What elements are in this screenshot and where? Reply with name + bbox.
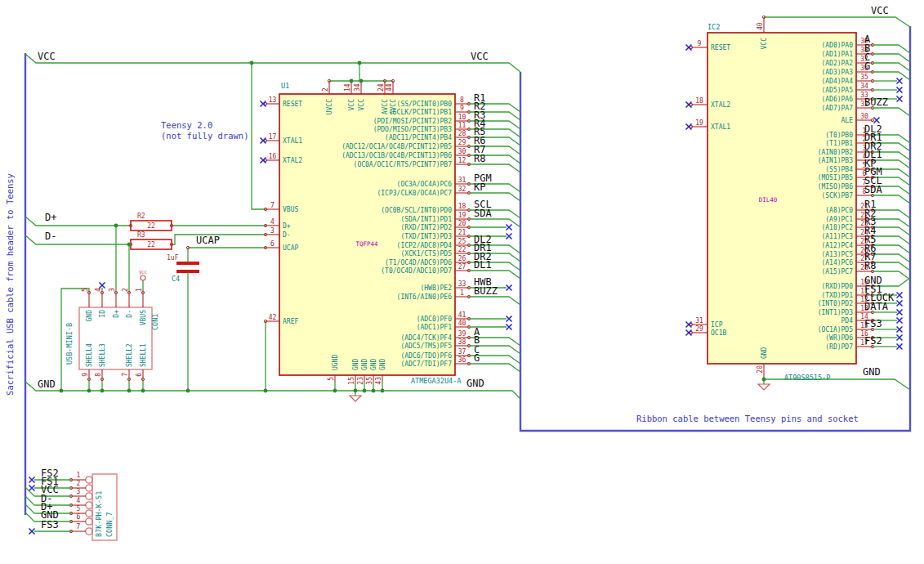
chip-part-name: ATMEGA32U4-A: [411, 377, 461, 385]
pin-number: 30: [860, 113, 868, 120]
junction-dot: [127, 243, 132, 247]
pin-name: (ADC7/TDI)PF7: [400, 360, 452, 368]
pin-name: D-: [126, 310, 133, 318]
pin-number: 44: [386, 83, 393, 92]
wire: [469, 219, 520, 227]
teensy-note-line1: Teensy 2.0: [161, 120, 212, 130]
pin-name: (MISO)PB6: [818, 183, 854, 190]
pin-number: 4: [77, 497, 81, 504]
no-connect-x: [261, 158, 266, 163]
conn7-pad[interactable]: [86, 518, 92, 525]
no-connect-x: [507, 225, 512, 231]
ic2-vcc-net: [764, 17, 910, 27]
junction-dot: [141, 389, 145, 393]
usb-connector-ref: CON1: [151, 314, 159, 330]
pin-name: RESET: [711, 44, 730, 51]
pin-number: 19: [695, 119, 703, 127]
no-connect-x: [507, 285, 512, 291]
schematic-canvas[interactable]: U1ATMEGA32U4-ATQFP4413RESET17XTAL116XTAL…: [0, 0, 924, 564]
pin-name: ICP: [711, 321, 723, 329]
pin-number: 2: [77, 480, 81, 487]
pin-name: UCAP: [283, 244, 298, 252]
pin-number: 28: [458, 130, 466, 137]
conn7-pad[interactable]: [86, 485, 92, 491]
left-vertical-note: Sacrificial USB cable from header to Tee…: [5, 173, 15, 396]
net-label: BUZZ: [864, 96, 888, 108]
pin-name: SHELL4: [86, 343, 93, 367]
pin-number: 20: [757, 365, 764, 374]
wire: [873, 236, 910, 244]
net-label: FS2: [864, 335, 882, 347]
pin-number: 8: [95, 373, 102, 377]
pin-name: (ADC13/OC1B/OC4B/PCINT13)PB6: [341, 152, 452, 159]
no-connect-x: [686, 322, 692, 328]
no-connect-x: [261, 101, 266, 107]
pin-name: (A12)PC4: [821, 242, 853, 249]
pin-name: (OC0A/OC1C/RTS/PCINT7)PB7: [354, 161, 453, 168]
pin-name: (AIN0)PB2: [818, 149, 854, 156]
gnd-power-symbol: [758, 384, 770, 390]
no-connect-x: [507, 325, 512, 330]
vcc-power-label: VCC: [139, 270, 147, 275]
capacitor-plate[interactable]: [176, 262, 199, 265]
vcc-power-symbol: [141, 275, 145, 280]
conn7-pad[interactable]: [86, 493, 92, 499]
no-connect-x: [686, 124, 692, 130]
junction-dot: [363, 389, 367, 393]
junction-dot: [114, 224, 118, 228]
pin-name: PD4: [841, 317, 854, 325]
pin-name: (ADC1)PF1: [417, 324, 453, 331]
wire: [873, 262, 910, 271]
no-connect-x: [897, 318, 903, 324]
chip-ref: IC2: [708, 23, 720, 31]
junction-dot: [381, 389, 385, 393]
pin-name: OC1B: [711, 329, 726, 337]
pin-number: 17: [269, 133, 277, 141]
pin-number: 9: [460, 105, 464, 112]
conn7-pad[interactable]: [86, 510, 92, 517]
pin-number: 18: [458, 203, 466, 210]
pin-name: UGND: [332, 355, 339, 370]
conn7-pad[interactable]: [86, 528, 92, 535]
pin-number: 7: [122, 373, 129, 377]
no-connect-x: [261, 138, 266, 144]
net-label: BUZZ: [474, 285, 498, 297]
net-label: G: [474, 352, 480, 364]
chip-ref: U1: [281, 82, 289, 90]
pin-number: 20: [458, 220, 466, 227]
pin-number: 4: [270, 218, 275, 226]
pin-name: ID: [99, 310, 106, 318]
pin-name: (INT6/AIN0)PE6: [397, 293, 453, 301]
pin-name: (RXD/INT2)PD2: [400, 224, 452, 231]
net-label: D+: [45, 212, 56, 223]
wire: [873, 63, 910, 71]
schematic-svg: U1ATMEGA32U4-ATQFP4413RESET17XTAL116XTAL…: [0, 0, 924, 564]
conn7-pad[interactable]: [86, 502, 92, 508]
no-connect-x: [686, 102, 692, 108]
capacitor-plate[interactable]: [176, 270, 199, 273]
wire: [873, 45, 910, 53]
pin-number: 5: [328, 377, 335, 381]
pin-name: SHELL1: [140, 343, 147, 367]
pin-number: 26: [458, 255, 466, 262]
pin-name: AVCC: [382, 99, 389, 114]
chip-footprint: TQFP44: [355, 240, 378, 248]
pin-number: 3: [270, 227, 275, 235]
pin-number: 3: [109, 288, 116, 292]
pin-name: (PDO/MISO/PCINT3)PB3: [373, 126, 453, 133]
no-connect-x: [897, 293, 903, 298]
pin-name: (SCLK/PCINT1)PB1: [389, 109, 452, 116]
wire: [873, 54, 910, 62]
pin-number: 3: [77, 488, 81, 495]
pin-name: RESET: [283, 101, 302, 108]
pin-number: 33: [458, 280, 466, 288]
conn7-pad[interactable]: [86, 477, 92, 483]
no-connect-x: [897, 301, 903, 307]
pin-number: 29: [695, 325, 703, 333]
pin-name: AVCC: [390, 99, 397, 114]
pin-name: (WR)PD6: [825, 334, 853, 342]
no-connect-x: [507, 234, 512, 239]
conn7-ref: CONN_7: [105, 512, 114, 537]
no-connect-x: [100, 283, 105, 289]
dminus-net: [25, 235, 131, 244]
